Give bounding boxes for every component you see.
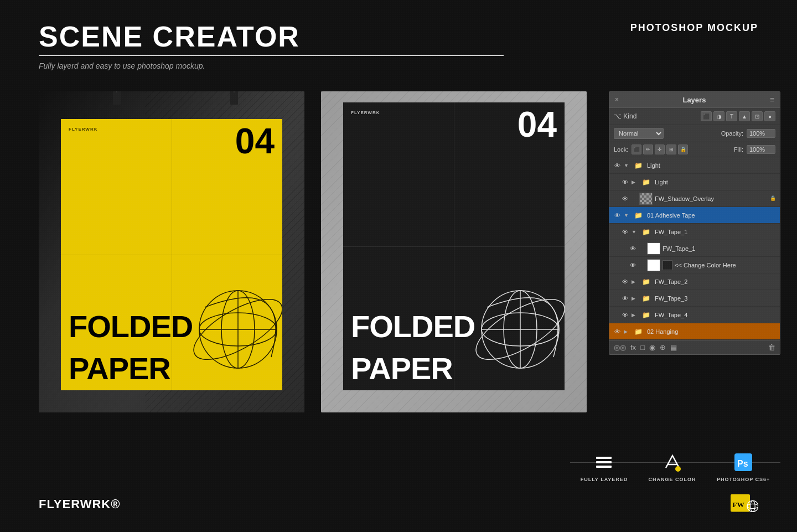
layer-name-change-color: << Change Color Here [675,262,777,268]
ps-menu-btn[interactable]: ≡ [770,95,774,104]
svg-point-23 [751,500,755,512]
thumb-shadow-overlay [639,193,653,205]
poster-dark-number: 04 [517,107,557,142]
poster-dark-folded: FOLDED [351,313,475,340]
ps-lock-icons: ⬛ ✏ ✛ ⊞ 🔒 [632,144,688,154]
ps-opacity-input[interactable] [747,129,775,138]
ps-panel: × Layers ≡ ⌥ Kind ⬛ ◑ T ▲ ⊡ ● Normal Mul… [609,91,780,355]
eye-shadow-overlay[interactable]: 👁 [620,194,629,203]
eye-hanging[interactable]: 👁 [613,327,622,336]
ps-panel-bottom: ◎◎ fx □ ◉ ⊕ ▤ 🗑 [609,340,780,354]
photoshop-label: PHOTOSHOP MOCKUP [630,22,758,34]
dark-poster: FLYERWRK 04 FOLDED PAPER [343,102,565,390]
poster-dark-brand: FLYERWRK [351,110,380,115]
footer: FLYERWRK® FW [39,493,758,515]
header-right: PHOTOSHOP MOCKUP [630,22,758,34]
ps-new-layer-btn[interactable]: ▤ [670,343,677,352]
poster-yellow-globe [183,274,282,385]
ps-adj-btn[interactable]: □ [640,343,645,352]
folder-icon-tape1: 📁 [639,226,653,238]
ps-kind-adjust-btn[interactable]: ◑ [713,111,724,121]
eye-light-child[interactable]: 👁 [620,178,629,187]
feature-label-ps: PHOTOSHOP CS6+ [717,477,770,482]
ps-kind-pixel-btn[interactable]: ⬛ [701,111,712,121]
layer-name-tape2: FW_Tape_2 [655,278,777,285]
layer-name-tape3: FW_Tape_3 [655,295,777,302]
crease-vertical [172,119,172,390]
eye-tape4[interactable]: 👁 [620,311,629,319]
ps-opacity-label: Opacity: [721,130,743,137]
main-content: FLYERWRK 04 FOLDED PAPER [39,91,587,466]
subtitle: Fully layerd and easy to use photoshop m… [39,61,758,70]
eye-tape3[interactable]: 👁 [620,294,629,303]
layer-tape2[interactable]: 👁 ▶ 📁 FW_Tape_2 [609,273,780,290]
ps-delete-btn[interactable]: 🗑 [768,343,775,352]
layer-tape3[interactable]: 👁 ▶ 📁 FW_Tape_3 [609,290,780,307]
ps-kind-extra-btn[interactable]: ● [764,111,775,121]
svg-text:Ps: Ps [737,459,748,468]
layer-hanging[interactable]: 👁 ▶ 📁 02 Hanging [609,323,780,340]
folder-icon-tape4: 📁 [639,309,653,321]
layer-name-hanging: 02 Hanging [647,328,777,335]
eye-light-parent[interactable]: 👁 [613,161,622,170]
lock-artboard-btn[interactable]: ⊞ [666,144,676,154]
svg-rect-13 [596,457,612,459]
lock-move-btn[interactable]: ✛ [655,144,665,154]
layer-name-shadow-overlay: FW_Shadow_Overlay [655,195,768,202]
folder-icon-adhesive-tape: 📁 [632,209,645,221]
eye-tape1-group[interactable]: 👁 [620,228,629,236]
layer-tape1[interactable]: 👁 FW_Tape_1 [609,240,780,257]
ps-layers-list[interactable]: 👁 ▼ 📁 Light 👁 ▶ 📁 Light 👁 FW_Shadow_Over… [609,157,780,340]
eye-tape2[interactable]: 👁 [620,277,629,286]
poster-yellow-container: FLYERWRK 04 FOLDED PAPER [39,91,304,412]
lock-pixel-btn[interactable]: ⬛ [632,144,641,154]
lock-edit-btn[interactable]: ✏ [643,144,653,154]
svg-rect-12 [596,461,612,463]
folder-icon-light-parent: 📁 [632,159,645,172]
ps-kind-icons: ⬛ ◑ T ▲ ⊡ ● [701,111,775,121]
ps-kind-shape-btn[interactable]: ▲ [739,111,750,121]
eye-adhesive-tape[interactable]: 👁 [613,211,622,220]
thumb-change-color-w [647,259,660,271]
eye-change-color[interactable]: 👁 [628,261,637,270]
lock-shadow-overlay: 🔒 [770,195,777,202]
ps-blend-dropdown[interactable]: Normal Multiply Screen [614,128,664,139]
ps-blend-row: Normal Multiply Screen Opacity: [609,125,780,142]
folder-icon-tape2: 📁 [639,276,653,288]
ps-mask-btn[interactable]: ◉ [649,343,655,352]
layer-change-color[interactable]: 👁 << Change Color Here [609,257,780,273]
footer-brand: FLYERWRK® [39,497,120,512]
features-row: FULLY LAYERED CHANGE COLOR Ps PHOTOSHOP … [570,451,780,482]
ps-fx-btn[interactable]: fx [630,343,636,352]
layer-shadow-overlay[interactable]: 👁 FW_Shadow_Overlay 🔒 [609,190,780,207]
ps-fill-input[interactable] [747,145,775,154]
layer-light-child[interactable]: 👁 ▶ 📁 Light [609,174,780,190]
ps-lock-label: Lock: [614,146,628,153]
ps-group-btn[interactable]: ⊕ [660,343,666,352]
ps-panel-header: × Layers ≡ [609,92,780,108]
layer-tape4[interactable]: 👁 ▶ 📁 FW_Tape_4 [609,307,780,323]
change-color-icon [661,451,684,473]
ps-close-btn[interactable]: × [615,96,619,104]
layer-name-adhesive-tape: 01 Adhesive Tape [647,212,777,219]
layer-name-tape1-group: FW_Tape_1 [655,229,777,235]
ps-link-btn[interactable]: ◎◎ [614,343,626,352]
feature-fully-layered: FULLY LAYERED [581,451,628,482]
title-divider [39,55,504,56]
ps-kind-smart-btn[interactable]: ⊡ [752,111,763,121]
footer-logo: FW [731,493,758,515]
layer-tape1-group[interactable]: 👁 ▼ 📁 FW_Tape_1 [609,224,780,240]
yellow-poster-inner: FLYERWRK 04 FOLDED PAPER [61,119,282,390]
lock-all-btn[interactable]: 🔒 [678,144,688,154]
layer-adhesive-tape[interactable]: 👁 ▼ 📁 01 Adhesive Tape [609,207,780,224]
layer-light-parent[interactable]: 👁 ▼ 📁 Light [609,157,780,174]
eye-tape1[interactable]: 👁 [628,244,637,253]
yellow-poster: FLYERWRK 04 FOLDED PAPER [61,119,282,390]
clip-left [113,91,121,105]
clip-right [230,91,238,105]
poster-yellow-brand: FLYERWRK [69,127,97,132]
svg-text:FW: FW [732,500,744,509]
ps-kind-type-btn[interactable]: T [726,111,737,121]
photoshop-icon: Ps [732,451,754,473]
ps-fill-label: Fill: [734,146,743,153]
